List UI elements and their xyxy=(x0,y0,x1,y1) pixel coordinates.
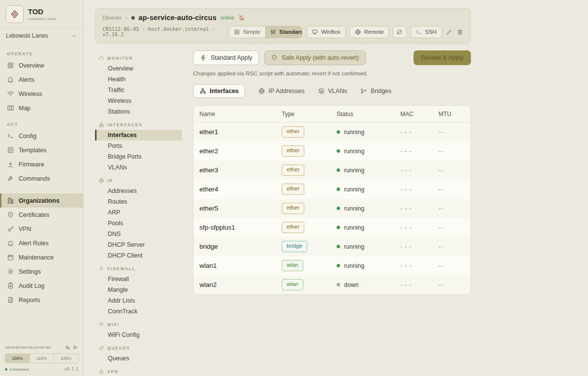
status-label: running xyxy=(344,243,365,250)
mode-simple-button[interactable]: Simple xyxy=(229,26,265,38)
safe-apply-with-auto-revert-button[interactable]: Safe Apply (with auto-revert) xyxy=(264,50,366,65)
remote-button[interactable]: Remote xyxy=(349,26,389,38)
subnav-item-routes[interactable]: Routes xyxy=(95,196,182,207)
pencil-button[interactable] xyxy=(445,27,453,37)
subnav-item-wireless[interactable]: Wireless xyxy=(95,95,182,106)
table-row-ether2[interactable]: ether2 ether running - - - -- xyxy=(194,141,470,161)
brand-logo[interactable] xyxy=(6,5,24,23)
refresh-button[interactable] xyxy=(392,26,407,38)
table-row-ether5[interactable]: ether5 ether running - - - -- xyxy=(194,199,470,218)
ssh-button[interactable]: SSH xyxy=(410,26,442,38)
sidebar-item-organizations[interactable]: Organizations xyxy=(0,193,83,208)
sidebar-item-wireless[interactable]: Wireless xyxy=(0,87,83,101)
monitor-icon xyxy=(312,29,318,35)
subnav-item-label: Addresses xyxy=(108,188,137,194)
subnav-item-bridge-ports[interactable]: Bridge Ports xyxy=(95,151,182,162)
subnav-item-ports[interactable]: Ports xyxy=(95,141,182,151)
review-apply-button[interactable]: Review & Apply xyxy=(414,50,471,65)
sidebar-item-maintenance[interactable]: Maintenance xyxy=(0,250,83,264)
subnav-item-vlans[interactable]: VLANs xyxy=(95,162,182,173)
sidebar-item-reports[interactable]: Reports xyxy=(0,293,83,307)
cell-mtu: -- xyxy=(439,205,470,212)
sidebar-item-alert-rules[interactable]: Alert Rules xyxy=(0,236,83,250)
table-row-ether1[interactable]: ether1 ether running - - - -- xyxy=(194,122,470,141)
tab-ip-addresses[interactable]: IP Addresses xyxy=(258,85,304,97)
sidebar-item-templates[interactable]: Templates xyxy=(0,143,83,157)
mode-standard-button[interactable]: Standard xyxy=(265,26,302,38)
zoom-option-100[interactable]: 100% xyxy=(5,354,30,363)
trash-button[interactable] xyxy=(456,27,464,37)
apply-buttons: Standard Apply Safe Apply (with auto-rev… xyxy=(193,50,366,65)
subnav-item-pools[interactable]: Pools xyxy=(95,218,182,229)
tab-vlans[interactable]: VLANs xyxy=(318,85,347,97)
globe-icon xyxy=(98,178,104,184)
cell-status: running xyxy=(337,129,400,136)
tab-bridges[interactable]: Bridges xyxy=(360,85,391,97)
sidebar-item-vpn[interactable]: VPN xyxy=(0,222,83,236)
subnav-item-interfaces[interactable]: Interfaces xyxy=(95,130,182,141)
workspace-selector[interactable]: Lebowski Lanes xyxy=(0,28,83,44)
apply-note: Changes applied via RSC script with auto… xyxy=(193,70,471,76)
sidebar-item-commands[interactable]: Commands xyxy=(0,171,83,186)
subnav-item-stations[interactable]: Stations xyxy=(95,106,182,117)
logout-icon[interactable] xyxy=(73,345,78,350)
tab-interfaces[interactable]: Interfaces xyxy=(193,84,245,98)
status-label: running xyxy=(344,148,365,155)
subnav-item-label: ConnTrack xyxy=(108,308,138,315)
subnav-item-traffic[interactable]: Traffic xyxy=(95,85,182,95)
device-meta-row: CRS112-8G-4S · host.docker.internal · v7… xyxy=(102,25,464,38)
subnav-item-firewall[interactable]: Firewall xyxy=(95,274,182,284)
sidebar-item-config[interactable]: Config xyxy=(0,129,83,143)
bell-off-icon xyxy=(238,14,245,21)
standard-apply-button[interactable]: Standard Apply xyxy=(193,50,259,65)
subnav-item-mangle[interactable]: Mangle xyxy=(95,284,182,295)
subnav-item-dhcp-client[interactable]: DHCP Client xyxy=(95,250,182,261)
zoom-option-125[interactable]: 125% xyxy=(54,354,78,363)
subnav-section-ip: IP xyxy=(95,175,182,186)
zoom-option-110[interactable]: 110% xyxy=(30,354,54,363)
type-badge: ether xyxy=(282,126,304,138)
table-row-bridge[interactable]: bridge bridge running - - - -- xyxy=(194,237,470,256)
subnav-item-overview[interactable]: Overview xyxy=(95,63,182,74)
subnav-item-addresses[interactable]: Addresses xyxy=(95,186,182,196)
cell-status: down xyxy=(337,282,400,288)
sidebar-item-certificates[interactable]: Certificates xyxy=(0,208,83,222)
globe-icon xyxy=(258,88,265,94)
subnav-item-addr-lists[interactable]: Addr Lists xyxy=(95,295,182,306)
ports-icon xyxy=(199,88,206,94)
table-row-wlan1[interactable]: wlan1 wlan running - - - -- xyxy=(194,256,470,275)
subnav-section-queues: QUEUES xyxy=(95,342,182,353)
sidebar-item-settings[interactable]: Settings xyxy=(0,264,83,279)
table-row-ether3[interactable]: ether3 ether running - - - -- xyxy=(194,161,470,180)
table-row-ether4[interactable]: ether4 ether running - - - -- xyxy=(194,180,470,199)
table-row-sfp-sfpplus1[interactable]: sfp-sfpplus1 ether running - - - -- xyxy=(194,218,470,237)
terminal-icon xyxy=(7,132,14,140)
notifications-muted-icon[interactable] xyxy=(238,14,245,21)
subnav-item-label: Ports xyxy=(108,142,122,149)
breadcrumb-devices[interactable]: Devices xyxy=(102,15,122,21)
interfaces-table: Name Type Status MAC MTU ether1 ether ru… xyxy=(193,105,471,295)
winbox-button[interactable]: WinBox xyxy=(306,26,346,38)
subnav-item-dns[interactable]: DNS xyxy=(95,229,182,239)
subnav-item-arp[interactable]: ARP xyxy=(95,207,182,218)
table-row-wlan2[interactable]: wlan2 wlan down - - - -- xyxy=(194,275,470,294)
subnav-item-queues[interactable]: Queues xyxy=(95,353,182,364)
subnav-item-conntrack[interactable]: ConnTrack xyxy=(95,306,182,317)
theme-toggle-icon[interactable] xyxy=(65,345,71,350)
sidebar-item-label: Organizations xyxy=(19,197,59,204)
globe-icon xyxy=(355,29,361,35)
sidebar-item-overview[interactable]: Overview xyxy=(0,58,83,72)
type-badge: ether xyxy=(282,203,304,214)
subnav-item-wifi-config[interactable]: WiFi Config xyxy=(95,329,182,340)
cell-name: ether3 xyxy=(199,166,282,174)
subnav-item-label: Routes xyxy=(108,198,127,205)
subnav-item-label: Addr Lists xyxy=(108,297,135,304)
column-header-mac: MAC xyxy=(400,111,439,118)
sidebar-item-firmware[interactable]: Firmware xyxy=(0,157,83,171)
cell-type: ether xyxy=(282,164,337,176)
sidebar-item-alerts[interactable]: Alerts xyxy=(0,72,83,87)
sidebar-item-map[interactable]: Map xyxy=(0,101,83,115)
subnav-item-dhcp-server[interactable]: DHCP Server xyxy=(95,239,182,250)
subnav-item-health[interactable]: Health xyxy=(95,74,182,85)
sidebar-item-audit-log[interactable]: Audit Log xyxy=(0,279,83,293)
